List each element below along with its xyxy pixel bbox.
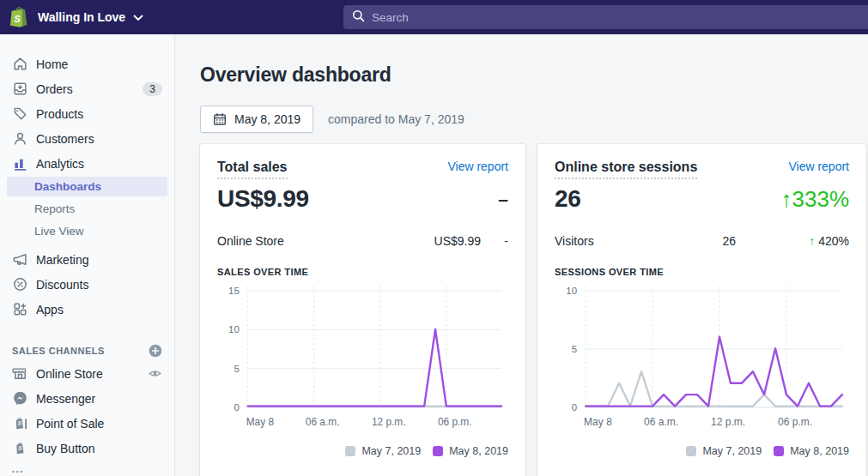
total-sales-value: US$9.99 bbox=[217, 185, 309, 213]
sidebar-item-label: Products bbox=[36, 107, 162, 121]
visitors-row: Visitors 26 ↑ 420% bbox=[555, 234, 849, 248]
sidebar-item-label: Reports bbox=[34, 202, 75, 215]
sidebar-item-live-view[interactable]: Live View bbox=[0, 220, 174, 242]
sidebar-item-buy-button[interactable]: S Buy Button bbox=[0, 436, 174, 461]
sidebar-item-customers[interactable]: Customers bbox=[0, 126, 174, 151]
total-sales-title[interactable]: Total sales bbox=[217, 160, 288, 179]
sessions-chart-title: SESSIONS OVER TIME bbox=[555, 267, 849, 277]
sidebar-item-label: Home bbox=[36, 57, 162, 71]
breakdown-delta: - bbox=[481, 234, 508, 248]
sidebar-item-point-of-sale[interactable]: S Point of Sale bbox=[0, 411, 174, 436]
shopify-logo-icon: S bbox=[8, 5, 30, 29]
date-picker-button[interactable]: May 8, 2019 bbox=[200, 105, 313, 133]
sales-over-time-chart: 051015May 806 a.m.12 p.m.06 p.m. bbox=[217, 282, 508, 435]
legend-item: May 7, 2019 bbox=[686, 445, 762, 457]
shopify-admin-window: S Walling In Love Home bbox=[0, 0, 868, 476]
sidebar-item-label: Dashboards bbox=[34, 180, 101, 193]
sidebar-more-button[interactable]: ••• bbox=[12, 467, 24, 475]
svg-text:06 p.m.: 06 p.m. bbox=[778, 416, 812, 428]
sidebar-item-dashboards[interactable]: Dashboards bbox=[7, 177, 167, 196]
sidebar-item-reports[interactable]: Reports bbox=[0, 197, 174, 220]
legend-label: May 7, 2019 bbox=[361, 445, 421, 457]
date-filter-row: May 8, 2019 compared to May 7, 2019 bbox=[200, 105, 868, 133]
sidebar-item-label: Messenger bbox=[36, 392, 162, 406]
legend-item: May 8, 2019 bbox=[774, 445, 849, 457]
orders-count-badge: 3 bbox=[143, 82, 162, 96]
sidebar-item-online-store[interactable]: Online Store bbox=[0, 361, 174, 386]
view-online-store-eye-icon[interactable] bbox=[148, 366, 162, 381]
svg-text:15: 15 bbox=[228, 286, 240, 296]
breakdown-value: US$9.99 bbox=[421, 234, 481, 248]
legend-item: May 7, 2019 bbox=[345, 445, 421, 457]
visitors-value: 26 bbox=[676, 234, 736, 248]
sidebar-item-label: Point of Sale bbox=[36, 417, 162, 431]
online-store-sessions-card: Online store sessions View report 26 ↑33… bbox=[537, 144, 866, 476]
pos-bag-icon: S bbox=[12, 415, 28, 431]
sessions-value: 26 bbox=[555, 185, 581, 213]
visitors-delta-value: 420% bbox=[818, 234, 849, 248]
sessions-delta-value: 333% bbox=[792, 186, 850, 212]
svg-text:5: 5 bbox=[572, 344, 577, 354]
svg-text:06 p.m.: 06 p.m. bbox=[438, 416, 472, 428]
svg-text:S: S bbox=[15, 14, 21, 24]
sales-chart-title: SALES OVER TIME bbox=[217, 267, 508, 277]
svg-text:06 a.m.: 06 a.m. bbox=[306, 416, 340, 428]
svg-text:S: S bbox=[18, 445, 22, 451]
sidebar-item-label: Analytics bbox=[36, 157, 162, 171]
search-bar[interactable] bbox=[343, 5, 868, 29]
sessions-chart-legend: May 7, 2019May 8, 2019 bbox=[555, 445, 849, 457]
tag-icon bbox=[12, 105, 28, 122]
search-icon bbox=[352, 9, 365, 26]
buy-button-bag-icon: S bbox=[12, 440, 28, 456]
legend-item: May 8, 2019 bbox=[433, 445, 508, 457]
legend-swatch bbox=[686, 446, 696, 456]
apps-grid-icon bbox=[12, 301, 28, 317]
sidebar-item-home[interactable]: Home bbox=[0, 51, 174, 76]
sidebar-item-discounts[interactable]: Discounts bbox=[0, 272, 174, 297]
sidebar-item-label: Orders bbox=[36, 82, 143, 96]
svg-text:10: 10 bbox=[228, 324, 240, 334]
legend-swatch bbox=[774, 446, 784, 456]
svg-text:May 8: May 8 bbox=[584, 416, 612, 428]
sidebar-item-label: Live View bbox=[34, 225, 84, 238]
bar-chart-icon bbox=[12, 155, 28, 172]
compared-to-text: compared to May 7, 2019 bbox=[328, 112, 464, 126]
search-input[interactable] bbox=[372, 11, 789, 24]
svg-text:12 p.m.: 12 p.m. bbox=[372, 416, 406, 428]
discount-badge-icon bbox=[12, 276, 28, 292]
svg-text:06 a.m.: 06 a.m. bbox=[644, 416, 678, 428]
svg-text:0: 0 bbox=[234, 402, 239, 413]
legend-swatch bbox=[433, 446, 443, 456]
orders-icon bbox=[12, 81, 28, 97]
sidebar-item-messenger[interactable]: Messenger bbox=[0, 386, 174, 411]
sidebar-item-products[interactable]: Products bbox=[0, 101, 174, 126]
add-channel-button[interactable] bbox=[149, 344, 162, 358]
store-name: Walling In Love bbox=[38, 10, 125, 24]
sidebar-item-label: Customers bbox=[36, 132, 162, 146]
sidebar-item-analytics[interactable]: Analytics bbox=[0, 151, 174, 176]
total-sales-breakdown-row: Online Store US$9.99 - bbox=[217, 234, 508, 248]
sidebar-item-marketing[interactable]: Marketing bbox=[0, 247, 174, 272]
store-switcher[interactable]: Walling In Love bbox=[38, 9, 143, 25]
svg-text:5: 5 bbox=[234, 364, 239, 374]
svg-text:12 p.m.: 12 p.m. bbox=[711, 416, 745, 428]
up-arrow-icon: ↑ bbox=[781, 186, 792, 212]
sidebar-item-apps[interactable]: Apps bbox=[0, 297, 174, 322]
svg-text:0: 0 bbox=[572, 402, 577, 413]
sidebar: Home Orders 3 Products Customers bbox=[0, 34, 175, 476]
sidebar-item-label: Marketing bbox=[36, 253, 162, 267]
sessions-view-report-link[interactable]: View report bbox=[788, 160, 849, 173]
person-icon bbox=[12, 130, 28, 147]
total-sales-delta: – bbox=[498, 189, 508, 209]
chevron-down-icon bbox=[133, 9, 143, 25]
sessions-title[interactable]: Online store sessions bbox=[555, 160, 697, 179]
page-title: Overview dashboard bbox=[200, 63, 868, 87]
legend-swatch bbox=[345, 446, 355, 456]
total-sales-view-report-link[interactable]: View report bbox=[447, 160, 508, 173]
sessions-over-time-chart: 0510May 806 a.m.12 p.m.06 p.m. bbox=[555, 282, 849, 435]
storefront-icon bbox=[12, 365, 28, 382]
date-picker-label: May 8, 2019 bbox=[234, 112, 300, 126]
sidebar-item-label: Online Store bbox=[36, 367, 148, 381]
sidebar-item-orders[interactable]: Orders 3 bbox=[0, 76, 174, 101]
sidebar-item-label: Discounts bbox=[36, 278, 162, 292]
